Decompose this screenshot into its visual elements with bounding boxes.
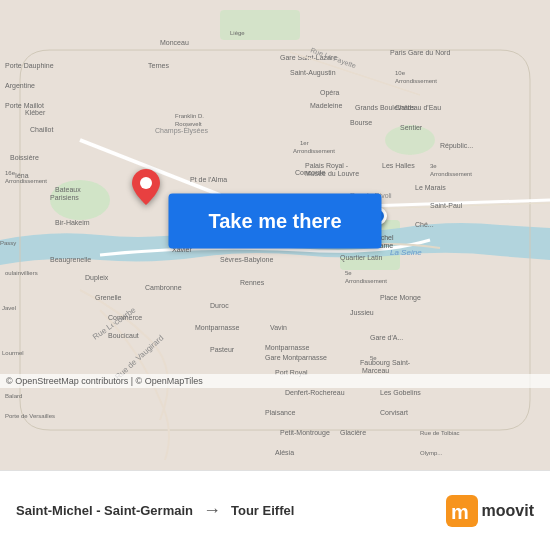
svg-text:Les Halles: Les Halles (382, 162, 415, 169)
svg-text:5e: 5e (345, 270, 352, 276)
svg-text:Denfert-Rochereau: Denfert-Rochereau (285, 389, 345, 396)
svg-text:Javel: Javel (2, 305, 16, 311)
svg-text:Grenelle: Grenelle (95, 294, 122, 301)
to-station: Tour Eiffel (231, 503, 294, 518)
svg-text:Roosevelt: Roosevelt (175, 121, 202, 127)
svg-text:Argentine: Argentine (5, 82, 35, 90)
from-station: Saint-Michel - Saint-Germain (16, 503, 193, 518)
svg-text:Vavin: Vavin (270, 324, 287, 331)
svg-text:Parisiens: Parisiens (50, 194, 79, 201)
svg-text:Arrondissement: Arrondissement (5, 178, 47, 184)
svg-text:Saint-Paul: Saint-Paul (430, 202, 463, 209)
svg-text:Les Gobelins: Les Gobelins (380, 389, 421, 396)
svg-text:Petit-Montrouge: Petit-Montrouge (280, 429, 330, 437)
svg-text:Sèvres-Babylone: Sèvres-Babylone (220, 256, 273, 264)
svg-text:Rue de Tolbiac: Rue de Tolbiac (420, 430, 460, 436)
svg-text:Boucicaut: Boucicaut (108, 332, 139, 339)
svg-text:Ché...: Ché... (415, 221, 434, 228)
svg-text:Monceau: Monceau (160, 39, 189, 46)
svg-text:Montparnasse: Montparnasse (265, 344, 309, 352)
svg-text:Gare d'A...: Gare d'A... (370, 334, 403, 341)
svg-text:oulainvilliers: oulainvilliers (5, 270, 38, 276)
map-container: Rue Lecourbe Rue de Vaugirard Faubourg S… (0, 0, 550, 470)
svg-text:Glacière: Glacière (340, 429, 366, 436)
svg-text:Bourse: Bourse (350, 119, 372, 126)
svg-text:Franklin D.: Franklin D. (175, 113, 204, 119)
svg-text:Grands Boulevards: Grands Boulevards (355, 104, 415, 111)
svg-text:m: m (451, 501, 469, 523)
svg-text:Beaugrenelle: Beaugrenelle (50, 256, 91, 264)
svg-text:Sentier: Sentier (400, 124, 423, 131)
origin-marker (132, 169, 160, 209)
svg-text:10e: 10e (395, 70, 406, 76)
moovit-logo-icon: m (446, 495, 478, 527)
svg-text:Jussieu: Jussieu (350, 309, 374, 316)
svg-text:Arrondissement: Arrondissement (395, 78, 437, 84)
arrow-icon: → (203, 500, 221, 521)
svg-text:Commerce: Commerce (108, 314, 142, 321)
svg-text:16e: 16e (5, 170, 16, 176)
svg-text:Dupleix: Dupleix (85, 274, 109, 282)
svg-text:Opéra: Opéra (320, 89, 340, 97)
svg-text:Place Monge: Place Monge (380, 294, 421, 302)
svg-text:Kléber: Kléber (25, 109, 46, 116)
svg-text:Saint-Augustin: Saint-Augustin (290, 69, 336, 77)
svg-text:Champs-Élysées: Champs-Élysées (155, 126, 208, 135)
svg-text:Marceau: Marceau (362, 367, 389, 374)
svg-text:Pt de l'Alma: Pt de l'Alma (190, 176, 227, 183)
svg-text:La Seine: La Seine (390, 248, 422, 257)
map-attribution: © OpenStreetMap contributors | © OpenMap… (0, 374, 550, 388)
svg-text:Passy: Passy (0, 240, 16, 246)
svg-text:Porte de Versailles: Porte de Versailles (5, 413, 55, 419)
route-info: Saint-Michel - Saint-Germain → Tour Eiff… (16, 500, 446, 521)
svg-point-100 (140, 177, 152, 189)
svg-text:1er: 1er (300, 140, 309, 146)
svg-text:Porte Dauphine: Porte Dauphine (5, 62, 54, 70)
svg-text:Le Marais: Le Marais (415, 184, 446, 191)
svg-text:Montparnasse: Montparnasse (195, 324, 239, 332)
svg-text:Plaisance: Plaisance (265, 409, 295, 416)
svg-text:Ternes: Ternes (148, 62, 170, 69)
svg-text:Faubourg Saint-: Faubourg Saint- (360, 359, 411, 367)
svg-text:Quartier Latin: Quartier Latin (340, 254, 383, 262)
take-me-there-button[interactable]: Take me there (168, 193, 381, 248)
moovit-text: moovit (482, 502, 534, 520)
svg-text:Bir-Hakeim: Bir-Hakeim (55, 219, 90, 226)
svg-text:Gare Montparnasse: Gare Montparnasse (265, 354, 327, 362)
svg-text:Boissière: Boissière (10, 154, 39, 161)
footer: Saint-Michel - Saint-Germain → Tour Eiff… (0, 470, 550, 550)
svg-text:Palais Royal -: Palais Royal - (305, 162, 349, 170)
svg-text:Lourmel: Lourmel (2, 350, 24, 356)
svg-text:Duroc: Duroc (210, 302, 229, 309)
svg-text:Corvisart: Corvisart (380, 409, 408, 416)
svg-text:Arrondissement: Arrondissement (345, 278, 387, 284)
svg-text:Porte Maillot: Porte Maillot (5, 102, 44, 109)
svg-text:Chaillot: Chaillot (30, 126, 53, 133)
svg-text:Arrondissement: Arrondissement (293, 148, 335, 154)
svg-text:Paris Gare du Nord: Paris Gare du Nord (390, 49, 450, 56)
svg-text:Arrondissement: Arrondissement (430, 171, 472, 177)
svg-text:Bateaux: Bateaux (55, 186, 81, 193)
svg-text:Liège: Liège (230, 30, 245, 36)
svg-text:Balard: Balard (5, 393, 22, 399)
svg-text:Madeleine: Madeleine (310, 102, 342, 109)
svg-text:Cambronne: Cambronne (145, 284, 182, 291)
svg-text:Alésia: Alésia (275, 449, 294, 456)
moovit-logo: m moovit (446, 495, 534, 527)
svg-text:3e: 3e (430, 163, 437, 169)
svg-text:Républic...: Républic... (440, 142, 473, 150)
svg-text:Olymp...: Olymp... (420, 450, 443, 456)
svg-text:Pasteur: Pasteur (210, 346, 235, 353)
svg-text:Rennes: Rennes (240, 279, 265, 286)
svg-text:Musée du Louvre: Musée du Louvre (305, 170, 359, 177)
